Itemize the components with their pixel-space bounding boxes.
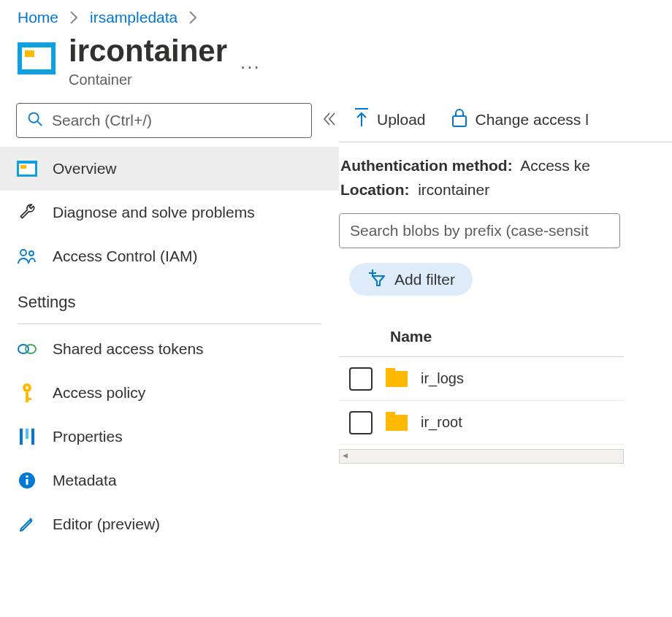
folder-icon	[386, 371, 408, 387]
blob-search-input[interactable]: Search blobs by prefix (case-sensit	[339, 213, 620, 248]
container-icon	[18, 42, 56, 74]
sidebar-item-diagnose[interactable]: Diagnose and solve problems	[0, 191, 339, 234]
svg-point-8	[26, 345, 36, 353]
toolbar-label: Change access l	[476, 111, 589, 129]
svg-rect-13	[20, 429, 23, 445]
sidebar-search-placeholder: Search (Ctrl+/)	[52, 112, 152, 129]
row-checkbox[interactable]	[349, 411, 373, 434]
collapse-sidebar-button[interactable]	[322, 112, 337, 130]
page-header: ircontainer Container ···	[0, 34, 672, 103]
svg-rect-15	[31, 429, 34, 445]
svg-rect-11	[26, 392, 28, 402]
sidebar-item-label: Properties	[53, 428, 123, 445]
svg-point-6	[29, 251, 34, 256]
svg-rect-17	[26, 479, 28, 485]
page-subtitle: Container	[69, 72, 227, 88]
link-icon	[16, 342, 38, 356]
sidebar-item-label: Shared access tokens	[53, 340, 204, 358]
properties-icon	[16, 427, 38, 446]
search-icon	[27, 111, 43, 131]
breadcrumb-home[interactable]: Home	[18, 9, 58, 26]
auth-method-label: Authentication method:	[340, 157, 513, 174]
svg-point-0	[29, 112, 39, 122]
filter-icon	[367, 269, 386, 290]
location-value: ircontainer	[418, 181, 489, 198]
table-row[interactable]: ir_logs	[339, 357, 624, 401]
divider	[339, 142, 672, 142]
info-icon	[16, 472, 38, 489]
essentials: Authentication method: Access ke Locatio…	[339, 154, 672, 202]
table-header: Name	[339, 316, 624, 357]
auth-method-value: Access ke	[520, 157, 590, 174]
chevron-right-icon	[70, 11, 78, 24]
breadcrumb-parent[interactable]: irsampledata	[90, 9, 177, 26]
svg-rect-21	[453, 116, 466, 126]
svg-rect-14	[26, 429, 28, 439]
toolbar-label: Upload	[377, 111, 426, 129]
toolbar: Upload Change access l	[339, 107, 672, 142]
page-title: ircontainer	[69, 35, 227, 67]
row-name[interactable]: ir_root	[421, 414, 462, 431]
sidebar-item-shared-access-tokens[interactable]: Shared access tokens	[0, 327, 339, 371]
blob-table: Name ir_logs ir_root	[339, 316, 624, 445]
sidebar-item-label: Metadata	[53, 472, 117, 489]
column-name[interactable]: Name	[390, 328, 432, 345]
svg-line-1	[37, 121, 42, 126]
folder-icon	[386, 415, 408, 431]
sidebar-search-input[interactable]: Search (Ctrl+/)	[16, 103, 312, 138]
container-icon	[16, 161, 38, 177]
sidebar-item-label: Overview	[53, 160, 117, 177]
svg-point-18	[26, 475, 28, 478]
sidebar-item-label: Editor (preview)	[53, 516, 160, 533]
key-icon	[16, 382, 38, 404]
row-name[interactable]: ir_logs	[421, 370, 464, 387]
table-row[interactable]: ir_root	[339, 401, 624, 445]
horizontal-scrollbar[interactable]	[339, 449, 624, 464]
sidebar-item-metadata[interactable]: Metadata	[0, 459, 339, 502]
upload-icon	[354, 107, 370, 131]
content-pane: Upload Change access l Authentication me…	[339, 103, 672, 546]
sidebar-item-label: Diagnose and solve problems	[53, 204, 255, 221]
divider	[18, 323, 321, 324]
pencil-icon	[16, 516, 38, 533]
location-label: Location:	[340, 181, 410, 198]
breadcrumb: Home irsampledata	[0, 0, 672, 34]
sidebar-item-iam[interactable]: Access Control (IAM)	[0, 234, 339, 278]
svg-point-5	[20, 250, 26, 256]
people-icon	[16, 248, 38, 265]
add-filter-button[interactable]: Add filter	[349, 263, 473, 296]
sidebar-item-access-policy[interactable]: Access policy	[0, 371, 339, 415]
svg-point-10	[26, 386, 28, 389]
sidebar-item-label: Access Control (IAM)	[53, 248, 197, 265]
sidebar-item-label: Access policy	[53, 384, 145, 402]
change-access-level-button[interactable]: Change access l	[451, 107, 589, 131]
sidebar-item-properties[interactable]: Properties	[0, 415, 339, 459]
chevron-right-icon	[189, 11, 197, 24]
lock-icon	[451, 107, 468, 131]
svg-rect-12	[26, 398, 31, 400]
more-menu-button[interactable]: ···	[240, 55, 261, 78]
add-filter-label: Add filter	[394, 271, 455, 288]
row-checkbox[interactable]	[349, 367, 373, 391]
sidebar: Search (Ctrl+/) Overview Diagnose and so…	[0, 103, 339, 546]
upload-button[interactable]: Upload	[354, 107, 426, 131]
blob-search-placeholder: Search blobs by prefix (case-sensit	[350, 222, 589, 239]
sidebar-item-overview[interactable]: Overview	[0, 147, 339, 191]
svg-rect-4	[20, 165, 26, 169]
sidebar-section-settings: Settings	[0, 278, 339, 316]
sidebar-item-editor-preview[interactable]: Editor (preview)	[0, 502, 339, 546]
wrench-icon	[16, 203, 38, 222]
